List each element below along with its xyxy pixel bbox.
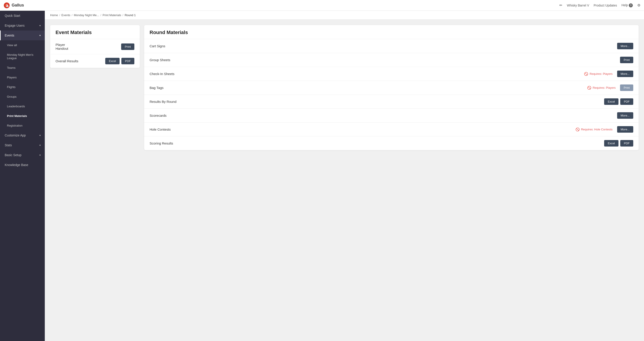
chevron-down-icon: ▾ — [40, 34, 41, 37]
player-handout-label: PlayerHandout — [56, 43, 68, 50]
edit-icon[interactable]: ✏ — [559, 3, 562, 8]
cart-signs-more-button[interactable]: More... — [617, 43, 633, 49]
overall-results-excel-button[interactable]: Excel — [105, 58, 120, 64]
chevron-down-icon: ▾ — [40, 144, 41, 147]
app-logo-text: Gallus — [12, 3, 24, 8]
breadcrumb-monday-night[interactable]: Monday Night Me... — [74, 14, 99, 17]
checkin-sheets-requires: 🚫 Requires: Players — [584, 72, 613, 76]
settings-icon[interactable]: ⚙ — [637, 3, 640, 8]
hole-contests-label: Hole Contests — [150, 128, 171, 131]
sidebar-item-customize-app[interactable]: Customize App ▾ — [0, 130, 45, 140]
sidebar-item-registration[interactable]: Registration — [0, 121, 45, 130]
sidebar-item-engage-users[interactable]: Engage Users ▾ — [0, 21, 45, 31]
help-badge: ? — [629, 3, 633, 8]
sidebar-item-quick-start[interactable]: Quick Start — [0, 11, 45, 21]
main-content: Home / Events / Monday Night Me... / Pri… — [45, 11, 644, 341]
ban-icon: 🚫 — [576, 128, 580, 132]
checkin-sheets-more-button[interactable]: More... — [617, 71, 633, 77]
results-by-round-label: Results By Round — [150, 100, 176, 104]
help-link[interactable]: Help ? — [622, 3, 633, 8]
breadcrumb-round1: Round 1 — [125, 14, 136, 17]
sidebar-item-groups[interactable]: Groups — [0, 92, 45, 102]
group-sheets-row: Group Sheets Print — [144, 53, 639, 67]
sidebar: Quick Start Engage Users ▾ Events ▾ View… — [0, 11, 45, 341]
svg-text:🐔: 🐔 — [5, 4, 9, 8]
player-handout-buttons: Print — [121, 44, 134, 50]
cart-signs-row: Cart Signs More... — [144, 39, 639, 53]
chevron-down-icon: ▾ — [40, 24, 41, 27]
topbar-right: ✏ Whisky Barrel V Product Updates Help ?… — [559, 3, 640, 8]
content-area: Event Materials PlayerHandout Print Over… — [45, 20, 644, 155]
ban-icon: 🚫 — [584, 72, 588, 76]
gallus-logo-icon: 🐔 — [4, 2, 10, 9]
bag-tags-label: Bag Tags — [150, 86, 164, 90]
group-sheets-label: Group Sheets — [150, 58, 170, 62]
app-body: Quick Start Engage Users ▾ Events ▾ View… — [0, 11, 644, 341]
sidebar-item-print-materials[interactable]: Print Materials — [0, 111, 45, 121]
player-handout-row: PlayerHandout Print — [50, 39, 140, 54]
breadcrumb-sep-1: / — [59, 14, 60, 17]
bag-tags-row: Bag Tags 🚫 Requires: Players Print — [144, 81, 639, 95]
breadcrumb-events[interactable]: Events — [61, 14, 70, 17]
app-logo[interactable]: 🐔 Gallus — [4, 2, 24, 9]
round-materials-card: Round Materials Cart Signs More... Group… — [144, 25, 639, 150]
sidebar-item-monday-night[interactable]: Monday Night Men's League — [0, 50, 45, 63]
sidebar-item-view-all[interactable]: View all — [0, 40, 45, 50]
results-by-round-buttons: Excel PDF — [604, 98, 633, 105]
scoring-results-excel-button[interactable]: Excel — [604, 140, 618, 147]
hole-contests-requires: 🚫 Requires: Hole Contests — [576, 128, 613, 132]
chevron-down-icon: ▾ — [40, 134, 41, 137]
sidebar-item-players[interactable]: Players — [0, 73, 45, 82]
results-by-round-pdf-button[interactable]: PDF — [620, 98, 633, 105]
breadcrumb: Home / Events / Monday Night Me... / Pri… — [45, 11, 644, 20]
player-handout-print-button[interactable]: Print — [121, 44, 134, 50]
scoring-results-label: Scoring Results — [150, 141, 173, 145]
overall-results-row: Overall Results Excel PDF — [50, 54, 140, 68]
breadcrumb-sep-4: / — [122, 14, 124, 17]
scorecards-label: Scorecards — [150, 114, 166, 117]
topbar: 🐔 Gallus ✏ Whisky Barrel V Product Updat… — [0, 0, 644, 11]
product-updates-link[interactable]: Product Updates — [594, 4, 617, 7]
breadcrumb-print-materials[interactable]: Print Materials — [102, 14, 121, 17]
sidebar-item-events[interactable]: Events ▾ — [0, 31, 45, 40]
ban-icon: 🚫 — [587, 86, 592, 90]
scorecards-row: Scorecards More... — [144, 109, 639, 123]
overall-results-pdf-button[interactable]: PDF — [121, 58, 134, 64]
group-sheets-buttons: Print — [620, 57, 633, 63]
sidebar-item-teams[interactable]: Teams — [0, 63, 45, 73]
checkin-sheets-right: 🚫 Requires: Players More... — [584, 71, 633, 77]
event-materials-card: Event Materials PlayerHandout Print Over… — [50, 25, 140, 68]
scoring-results-buttons: Excel PDF — [604, 140, 633, 147]
sidebar-item-knowledge-base[interactable]: Knowledge Base — [0, 160, 45, 170]
sidebar-item-stats[interactable]: Stats ▾ — [0, 140, 45, 150]
checkin-sheets-label: Check-In Sheets — [150, 72, 174, 76]
breadcrumb-sep-2: / — [72, 14, 72, 17]
checkin-sheets-row: Check-In Sheets 🚫 Requires: Players More… — [144, 67, 639, 81]
cart-signs-label: Cart Signs — [150, 44, 165, 48]
scoring-results-pdf-button[interactable]: PDF — [620, 140, 633, 147]
event-materials-title: Event Materials — [50, 25, 140, 39]
breadcrumb-sep-3: / — [100, 14, 101, 17]
hole-contests-more-button[interactable]: More... — [617, 126, 633, 133]
bag-tags-requires: 🚫 Requires: Players — [587, 86, 616, 90]
results-by-round-row: Results By Round Excel PDF — [144, 95, 639, 109]
group-sheets-print-button[interactable]: Print — [620, 57, 633, 63]
results-by-round-excel-button[interactable]: Excel — [604, 98, 618, 105]
sidebar-item-basic-setup[interactable]: Basic Setup ▾ — [0, 150, 45, 160]
overall-results-label: Overall Results — [56, 59, 78, 63]
sidebar-item-flights[interactable]: Flights — [0, 82, 45, 92]
overall-results-buttons: Excel PDF — [105, 58, 134, 64]
chevron-down-icon: ▾ — [40, 154, 41, 157]
scoring-results-row: Scoring Results Excel PDF — [144, 136, 639, 150]
hole-contests-right: 🚫 Requires: Hole Contests More... — [576, 126, 633, 133]
breadcrumb-home[interactable]: Home — [50, 14, 58, 17]
round-materials-title: Round Materials — [144, 25, 639, 39]
cart-signs-buttons: More... — [617, 43, 633, 49]
bag-tags-right: 🚫 Requires: Players Print — [587, 85, 633, 91]
scorecards-more-button[interactable]: More... — [617, 112, 633, 119]
scorecards-buttons: More... — [617, 112, 633, 119]
bag-tags-print-button: Print — [620, 85, 633, 91]
hole-contests-row: Hole Contests 🚫 Requires: Hole Contests … — [144, 123, 639, 136]
sidebar-item-leaderboards[interactable]: Leaderboards — [0, 102, 45, 111]
whisky-barrel-label[interactable]: Whisky Barrel V — [567, 4, 589, 7]
